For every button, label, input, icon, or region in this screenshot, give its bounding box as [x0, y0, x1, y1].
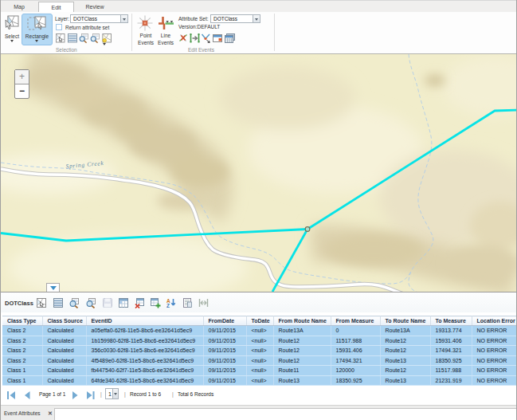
svg-text:Z: Z	[166, 303, 170, 308]
